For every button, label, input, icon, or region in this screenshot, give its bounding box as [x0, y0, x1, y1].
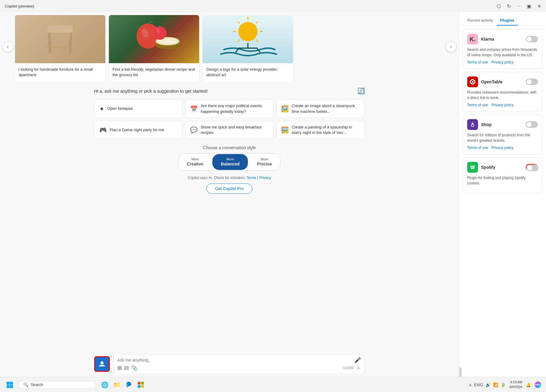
- privacy-link[interactable]: Privacy: [259, 176, 271, 180]
- taskbar-left: 🔍 Search 🌐 📁: [5, 380, 146, 390]
- right-panel: Recent activity Plugins K. Klarna: [459, 12, 546, 377]
- card-text-furniture: l looking for handmade furniture for a s…: [15, 63, 105, 81]
- shop-links: Terms of use Privacy policy: [467, 146, 538, 150]
- svg-point-16: [238, 22, 258, 41]
- conv-style-creative-button[interactable]: More Creative: [178, 153, 212, 170]
- shop-toggle-track[interactable]: [526, 121, 538, 128]
- windows-insider-icon[interactable]: PRE: [535, 381, 541, 388]
- suggestion-breakfast[interactable]: 💬 Show me quick and easy breakfast recip…: [185, 121, 274, 139]
- carousel-next-button[interactable]: ›: [446, 41, 456, 52]
- chat-input[interactable]: [117, 358, 354, 363]
- tray-battery-icon[interactable]: 🔋: [501, 382, 506, 387]
- svg-line-21: [238, 22, 239, 23]
- taskbar-search-box[interactable]: 🔍 Search: [18, 381, 96, 389]
- input-row: 🎤 ⊞ ⊟ 📎 0/2000 ➤: [94, 354, 365, 374]
- taskbar-app-globe[interactable]: 🌐: [100, 380, 110, 390]
- carousel-wrapper: ‹: [0, 12, 459, 81]
- plugin-header-shop: Shop: [467, 119, 538, 130]
- suggestion-text-steampunk: Create an image about a steampunk time m…: [292, 103, 360, 114]
- klarna-terms-link[interactable]: Terms of use: [467, 60, 488, 64]
- start-button[interactable]: [5, 380, 14, 390]
- taskbar-app-edge[interactable]: [124, 380, 134, 390]
- suggestion-steampunk[interactable]: 🖼️ Create an image about a steampunk tim…: [276, 99, 365, 118]
- plugin-info-opentable: OpenTable: [467, 76, 502, 87]
- refresh-icon[interactable]: ↻: [507, 3, 511, 9]
- suggestion-text-gamenight: Plan a Game night party for me: [110, 127, 164, 133]
- conv-creative-small-label: More: [187, 157, 203, 161]
- taskbar-right: ∧ ENG 🔊 📶 🔋 9:19 AM 3/4/2024 🔔 PRE: [469, 380, 541, 389]
- opentable-toggle-track[interactable]: [526, 79, 538, 85]
- terms-link[interactable]: Terms: [246, 176, 256, 180]
- plugin-header-klarna: K. Klarna: [467, 34, 538, 45]
- conv-style-balanced-button[interactable]: More Balanced: [212, 154, 248, 170]
- suggestion-spaceship[interactable]: 🖼️ Create a painting of a spaceship in s…: [276, 121, 365, 139]
- notification-icon[interactable]: 🔔: [526, 382, 531, 387]
- svg-line-23: [238, 40, 239, 42]
- svg-point-32: [472, 81, 474, 83]
- shop-toggle[interactable]: [526, 121, 538, 128]
- card-text-food: Find a kid-friendly, vegetarian dinner r…: [109, 63, 199, 81]
- taskbar-app-store[interactable]: [136, 380, 146, 390]
- svg-rect-2: [70, 32, 72, 40]
- carousel-card-solar[interactable]: Design a logo for a solar energy provide…: [203, 15, 293, 81]
- taskbar-app-files[interactable]: 📁: [112, 380, 122, 390]
- carousel-card-furniture[interactable]: l looking for handmade furniture for a s…: [15, 15, 105, 81]
- time-display[interactable]: 9:19 AM 3/4/2024: [509, 380, 522, 389]
- spotify-toggle[interactable]: [526, 164, 538, 171]
- suggestion-icon-spaceship: 🖼️: [281, 126, 289, 134]
- opentable-desc: Provides restaurant recommendations, wit…: [467, 90, 538, 100]
- opentable-toggle[interactable]: [526, 79, 538, 85]
- shop-terms-link[interactable]: Terms of use: [467, 146, 488, 150]
- send-button[interactable]: ➤: [356, 365, 361, 371]
- scroll-thumb[interactable]: [460, 368, 461, 377]
- svg-point-29: [100, 361, 103, 364]
- opentable-privacy-link[interactable]: Privacy policy: [492, 103, 514, 107]
- conv-style-section: Choose a conversation style More Creativ…: [94, 145, 365, 171]
- klarna-desc: Search and compare prices from thousands…: [467, 47, 538, 58]
- plugin-header-opentable: OpenTable: [467, 76, 538, 87]
- suggestion-text-notepad: Open Notepad: [107, 106, 133, 111]
- shop-privacy-link[interactable]: Privacy policy: [492, 146, 514, 150]
- klarna-name: Klarna: [481, 37, 494, 42]
- avatar-button[interactable]: [94, 356, 110, 372]
- attach-tool-icon[interactable]: 📎: [131, 365, 138, 371]
- tray-speaker-icon[interactable]: 🔊: [486, 382, 491, 387]
- plugin-card-spotify: Spotify Plugin for finding and playing S…: [463, 157, 542, 193]
- carousel-prev-button[interactable]: ‹: [2, 41, 13, 52]
- more-options-icon[interactable]: ···: [517, 3, 521, 9]
- tray-up-icon[interactable]: ∧: [469, 382, 472, 387]
- char-count: 0/2000: [343, 366, 354, 370]
- tab-recent-activity[interactable]: Recent activity: [464, 16, 497, 26]
- titlebar: Copilot (preview) ⬡ ↻ ··· ▣ ✕: [0, 0, 546, 12]
- klarna-privacy-link[interactable]: Privacy policy: [492, 60, 514, 64]
- conv-style-precise-button[interactable]: More Precise: [248, 153, 280, 170]
- svg-rect-6: [52, 47, 68, 48]
- screenshot-tool-icon[interactable]: ⊞: [117, 365, 122, 371]
- scrollbar[interactable]: [459, 367, 461, 377]
- split-view-icon[interactable]: ▣: [527, 3, 531, 9]
- svg-rect-40: [141, 382, 144, 384]
- klarna-toggle[interactable]: [526, 36, 538, 42]
- opentable-name: OpenTable: [481, 79, 502, 84]
- spotify-toggle-track[interactable]: [526, 165, 538, 171]
- tray-wifi-icon[interactable]: 📶: [493, 382, 498, 387]
- microphone-icon[interactable]: 🎤: [354, 357, 361, 363]
- carousel-card-food[interactable]: Find a kid-friendly, vegetarian dinner r…: [109, 15, 199, 81]
- open-external-icon[interactable]: ⬡: [497, 3, 501, 9]
- suggestion-notepad[interactable]: ✦ Open Notepad: [94, 99, 183, 118]
- tab-plugins[interactable]: Plugins: [497, 16, 518, 26]
- suggestion-political[interactable]: 📅 Are there any major political events h…: [185, 99, 274, 118]
- suggestion-gamenight[interactable]: 🎮 Plan a Game night party for me: [94, 121, 183, 139]
- suggestion-icon-breakfast: 💬: [190, 126, 198, 134]
- close-icon[interactable]: ✕: [537, 3, 541, 9]
- input-area: 🎤 ⊞ ⊟ 📎 0/2000 ➤: [0, 351, 459, 377]
- conv-balanced-big-label: Balanced: [221, 161, 239, 167]
- klarna-toggle-track[interactable]: [526, 36, 538, 42]
- copilot-pro-button[interactable]: Get Copilot Pro: [206, 184, 253, 194]
- greeting-refresh-icon[interactable]: 🔄: [357, 87, 365, 94]
- selection-tool-icon[interactable]: ⊟: [124, 365, 129, 371]
- plugin-card-klarna: K. Klarna Search and compare prices from…: [463, 29, 542, 69]
- opentable-terms-link[interactable]: Terms of use: [467, 103, 488, 107]
- tray-lang-icon[interactable]: ENG: [474, 382, 483, 387]
- plugin-info-spotify: Spotify: [467, 162, 495, 173]
